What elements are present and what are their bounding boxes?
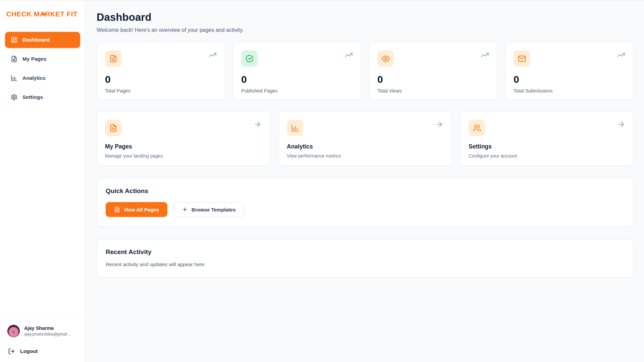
plus-icon [182,206,188,213]
quick-actions-card: Quick Actions View All Pages Browse Temp… [97,178,634,227]
dashboard-grid-icon [11,37,17,43]
logout-icon [8,348,15,355]
nav-card-title: Analytics [287,143,443,150]
stat-value: 0 [514,74,625,85]
trending-up-icon [209,51,217,60]
arrow-right-icon [254,120,262,130]
main-content: Dashboard Welcome back! Here's an overvi… [86,0,644,362]
stats-grid: 0 Total Pages 0 Published Pages [97,42,634,100]
nav-card-settings[interactable]: Settings Configure your account [460,111,634,166]
sidebar-item-settings[interactable]: Settings [5,89,80,105]
nav-card-subtitle: Configure your account [469,153,625,159]
browse-templates-button[interactable]: Browse Templates [173,202,244,217]
trending-up-icon [617,51,625,60]
logout-button[interactable]: Logout [5,346,80,357]
stat-card-total-views: 0 Total Views [369,42,497,100]
stat-card-published-pages: 0 Published Pages [233,42,361,100]
view-all-pages-label: View All Pages [124,207,159,213]
sidebar-item-label: My Pages [22,56,47,62]
view-all-pages-button[interactable]: View All Pages [106,202,167,217]
arrow-right-icon [617,120,625,130]
quick-actions-title: Quick Actions [106,187,625,195]
sidebar-item-label: Dashboard [22,37,50,43]
trending-up-icon [345,51,353,60]
stat-label: Total Views [377,88,489,94]
brand-logo: CHECK MARKET FIT [0,0,85,28]
nav-card-analytics[interactable]: Analytics View performance metrics [278,111,452,166]
bar-chart-icon [287,120,303,136]
stat-label: Total Pages [105,88,217,94]
user-name: Ajay Sharma [24,325,70,331]
recent-activity-card: Recent Activity Recent activity and upda… [97,239,634,278]
avatar [7,325,20,337]
stat-value: 0 [377,74,489,85]
nav-cards-grid: My Pages Manage your landing pages Analy… [97,111,634,166]
recent-activity-title: Recent Activity [106,248,625,256]
sidebar: CHECK MARKET FIT Dashboard My Pages [0,0,86,362]
gear-icon [11,94,17,101]
sidebar-nav: Dashboard My Pages Analytics Settings [0,28,85,109]
page-title: Dashboard [97,11,634,23]
nav-card-subtitle: View performance metrics [287,153,443,159]
bar-chart-icon [11,75,17,81]
nav-card-subtitle: Manage your landing pages [105,153,262,159]
nav-card-my-pages[interactable]: My Pages Manage your landing pages [97,111,270,166]
stat-card-total-submissions: 0 Total Submissions [505,42,634,100]
check-circle-icon [241,50,258,67]
users-icon [469,120,485,136]
stat-value: 0 [105,74,217,85]
user-email: ajay.productidea@gmail... [24,332,70,337]
brand-caret-icon [41,12,46,15]
eye-icon [377,50,394,67]
nav-card-title: Settings [469,143,625,150]
stat-label: Total Submissions [514,88,625,94]
sidebar-item-label: Settings [22,94,43,100]
user-meta: Ajay Sharma ajay.productidea@gmail... [24,325,70,337]
app-root: CHECK MARKET FIT Dashboard My Pages [0,0,644,362]
file-text-icon [11,56,17,62]
trending-up-icon [481,51,489,60]
page-subtitle: Welcome back! Here's an overview of your… [97,27,634,33]
stat-label: Published Pages [241,88,353,94]
nav-card-title: My Pages [105,143,262,150]
quick-actions-buttons: View All Pages Browse Templates [106,202,625,217]
user-profile[interactable]: Ajay Sharma ajay.productidea@gmail... [5,325,80,337]
sidebar-item-analytics[interactable]: Analytics [5,70,80,86]
stat-value: 0 [241,74,353,85]
sidebar-item-label: Analytics [22,75,46,81]
sidebar-item-dashboard[interactable]: Dashboard [5,32,80,48]
stat-card-total-pages: 0 Total Pages [97,42,225,100]
browse-templates-label: Browse Templates [192,207,235,213]
file-text-icon [114,206,120,213]
sidebar-item-my-pages[interactable]: My Pages [5,51,80,67]
user-section: Ajay Sharma ajay.productidea@gmail... Lo… [0,318,85,362]
window-top-edge [0,0,644,0]
arrow-right-icon [435,120,443,130]
mail-icon [514,50,530,67]
file-text-icon [105,50,121,67]
recent-activity-empty-text: Recent activity and updates will appear … [106,261,625,267]
file-text-icon [105,120,121,136]
logout-label: Logout [20,348,38,354]
